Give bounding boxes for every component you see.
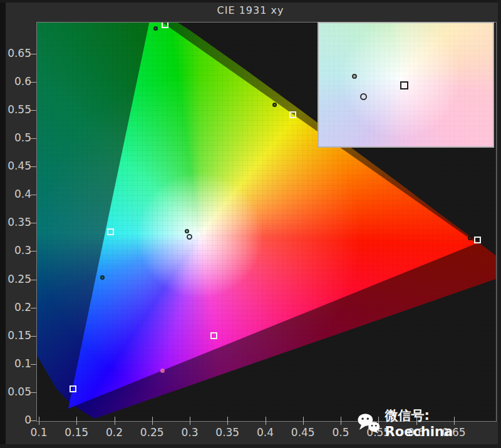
- x-axis-tick-mark: [341, 417, 341, 425]
- y-axis-tick-mark: [31, 280, 36, 280]
- watermark-label: 微信号: Roechina: [385, 407, 501, 439]
- y-axis-tick-mark: [31, 82, 36, 83]
- y-axis-tick-label: 0.45: [0, 160, 31, 172]
- x-axis-tick-mark: [115, 417, 115, 425]
- marker-gamut_targets-cyan: [107, 228, 114, 235]
- marker-gamut_targets-yellow: [289, 111, 296, 118]
- window-frame-bottom: [0, 444, 501, 448]
- y-axis-tick-mark: [31, 392, 36, 393]
- y-axis-tick-label: 0.15: [0, 329, 31, 342]
- x-axis-tick-mark: [152, 417, 153, 425]
- y-axis-tick-mark: [31, 420, 36, 421]
- x-axis-tick-mark: [190, 417, 190, 425]
- x-axis-tick-label: 0.3: [170, 426, 210, 439]
- watermark: 微信号: Roechina: [357, 407, 501, 439]
- inset-marker-white_measured_b: [360, 93, 367, 100]
- marker-measured_points-white_b: [187, 234, 192, 240]
- y-axis-tick-mark: [31, 251, 36, 252]
- y-axis-tick-label: 0.05: [0, 385, 31, 398]
- marker-measured_points-yellow: [272, 103, 277, 107]
- x-axis-tick-label: 0.1: [19, 426, 59, 439]
- y-axis-tick-label: 0: [0, 414, 31, 426]
- y-axis-tick-mark: [31, 110, 36, 111]
- inset-marker-white_measured_a: [352, 74, 357, 79]
- x-axis-tick-label: 0.45: [283, 426, 323, 439]
- y-axis-tick-label: 0.25: [0, 273, 31, 285]
- x-axis-tick-mark: [39, 417, 39, 425]
- y-axis-tick-mark: [31, 54, 36, 54]
- marker-gamut_targets-green: [162, 22, 168, 28]
- x-axis-tick-label: 0.5: [321, 426, 361, 439]
- y-axis-tick-mark: [31, 308, 36, 308]
- y-axis-tick-mark: [31, 138, 36, 139]
- marker-gamut_targets-blue: [70, 385, 76, 392]
- y-axis-tick-mark: [31, 195, 36, 195]
- marker-gamut_targets-red: [474, 237, 481, 243]
- x-axis-tick-label: 0.15: [56, 426, 96, 439]
- x-axis-tick-label: 0.4: [245, 426, 286, 439]
- y-axis-tick-label: 0.4: [0, 188, 31, 200]
- x-axis-tick-mark: [76, 417, 77, 425]
- y-axis-tick-mark: [31, 364, 36, 365]
- y-axis-tick-label: 0.6: [0, 75, 31, 88]
- y-axis-tick-label: 0.65: [0, 47, 31, 59]
- marker-gamut_targets-white: [195, 231, 202, 238]
- x-axis-tick-mark: [227, 417, 228, 425]
- y-axis-tick-label: 0.55: [0, 103, 31, 116]
- y-axis-tick-label: 0.2: [0, 301, 31, 313]
- y-axis-tick-mark: [31, 166, 36, 167]
- chart-title: CIE 1931 xy: [0, 4, 501, 16]
- marker-measured_points-red: [468, 236, 472, 240]
- x-axis-tick-label: 0.25: [132, 426, 172, 439]
- x-axis-tick-mark: [303, 417, 304, 425]
- window-frame-top: [0, 0, 501, 3]
- y-axis-tick-label: 0.1: [0, 357, 31, 370]
- x-axis-tick-label: 0.35: [207, 426, 247, 439]
- inset-marker-white_target: [400, 81, 408, 89]
- y-axis-tick-label: 0.5: [0, 131, 31, 144]
- y-axis-tick-label: 0.3: [0, 244, 31, 257]
- x-axis-tick-label: 0.2: [95, 426, 135, 439]
- window-frame-right: [498, 0, 501, 448]
- marker-gamut_targets-magenta: [210, 332, 217, 339]
- cie-chart-window: CIE 1931 xy 00.050.10.150.20.250.30.350.…: [0, 0, 501, 448]
- y-axis-tick-mark: [31, 223, 36, 223]
- y-axis-tick-label: 0.35: [0, 216, 31, 228]
- white-point-zoom-inset: [318, 22, 494, 148]
- x-axis-tick-mark: [266, 417, 266, 425]
- wechat-icon: [357, 413, 381, 434]
- y-axis-tick-mark: [31, 336, 36, 337]
